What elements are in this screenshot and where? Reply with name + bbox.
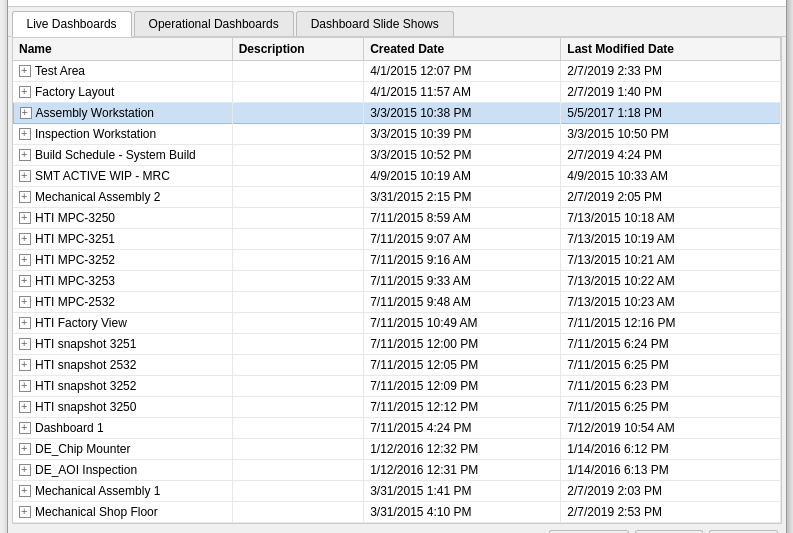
cell-modified: 3/3/2015 10:50 PM — [561, 123, 780, 144]
cell-description — [232, 291, 363, 312]
tab-operational-dashboards[interactable]: Operational Dashboards — [134, 11, 294, 36]
table-row[interactable]: Inspection Workstation3/3/2015 10:39 PM3… — [13, 123, 780, 144]
table-row[interactable]: HTI snapshot 25327/11/2015 12:05 PM7/11/… — [13, 354, 780, 375]
cell-created: 4/1/2015 11:57 AM — [364, 81, 561, 102]
expand-icon[interactable] — [19, 212, 31, 224]
cell-created: 7/11/2015 4:24 PM — [364, 417, 561, 438]
cell-created: 7/11/2015 9:48 AM — [364, 291, 561, 312]
cell-created: 7/11/2015 8:59 AM — [364, 207, 561, 228]
expand-icon[interactable] — [19, 170, 31, 182]
footer: Show everyone's dashboards Refresh Open … — [8, 524, 786, 534]
table-row[interactable]: Mechanical Assembly 13/31/2015 1:41 PM2/… — [13, 480, 780, 501]
expand-icon[interactable] — [19, 338, 31, 350]
table-row[interactable]: Dashboard 17/11/2015 4:24 PM7/12/2019 10… — [13, 417, 780, 438]
cell-created: 3/31/2015 2:15 PM — [364, 186, 561, 207]
cell-modified: 4/9/2015 10:33 AM — [561, 165, 780, 186]
cell-name: Dashboard 1 — [13, 417, 232, 438]
cell-created: 7/11/2015 9:07 AM — [364, 228, 561, 249]
expand-icon[interactable] — [19, 233, 31, 245]
cell-description — [232, 501, 363, 522]
cell-name: DE_AOI Inspection — [13, 459, 232, 480]
expand-icon[interactable] — [19, 401, 31, 413]
cell-description — [232, 333, 363, 354]
cell-name: Build Schedule - System Build — [13, 144, 232, 165]
cell-modified: 2/7/2019 2:33 PM — [561, 60, 780, 81]
table-row[interactable]: Test Area4/1/2015 12:07 PM2/7/2019 2:33 … — [13, 60, 780, 81]
tabs-container: Live Dashboards Operational Dashboards D… — [8, 7, 786, 37]
expand-icon[interactable] — [19, 149, 31, 161]
cell-description — [232, 186, 363, 207]
table-row[interactable]: DE_Chip Mounter1/12/2016 12:32 PM1/14/20… — [13, 438, 780, 459]
cell-created: 7/11/2015 10:49 AM — [364, 312, 561, 333]
cell-name: HTI Factory View — [13, 312, 232, 333]
expand-icon[interactable] — [19, 317, 31, 329]
cell-description — [232, 165, 363, 186]
expand-icon[interactable] — [19, 443, 31, 455]
cell-description — [232, 60, 363, 81]
col-modified: Last Modified Date — [561, 38, 780, 61]
cell-name: Mechanical Assembly 2 — [13, 186, 232, 207]
cell-modified: 7/13/2015 10:22 AM — [561, 270, 780, 291]
cell-description — [232, 228, 363, 249]
table-row[interactable]: HTI MPC-25327/11/2015 9:48 AM7/13/2015 1… — [13, 291, 780, 312]
close-button[interactable]: Close — [709, 530, 778, 534]
table-row[interactable]: HTI snapshot 32527/11/2015 12:09 PM7/11/… — [13, 375, 780, 396]
col-name: Name — [13, 38, 232, 61]
open-button[interactable]: Open — [635, 530, 702, 534]
expand-icon[interactable] — [19, 359, 31, 371]
table-row[interactable]: HTI snapshot 32507/11/2015 12:12 PM7/11/… — [13, 396, 780, 417]
col-description: Description — [232, 38, 363, 61]
cell-description — [232, 375, 363, 396]
tab-dashboard-slide-shows[interactable]: Dashboard Slide Shows — [296, 11, 454, 36]
expand-icon[interactable] — [19, 191, 31, 203]
table-row[interactable]: HTI MPC-32537/11/2015 9:33 AM7/13/2015 1… — [13, 270, 780, 291]
cell-name: Mechanical Shop Floor — [13, 501, 232, 522]
dashboard-table-container[interactable]: Name Description Created Date Last Modif… — [12, 37, 782, 524]
cell-description — [232, 417, 363, 438]
refresh-button[interactable]: Refresh — [549, 530, 629, 534]
expand-icon[interactable] — [19, 254, 31, 266]
table-row[interactable]: HTI MPC-32517/11/2015 9:07 AM7/13/2015 1… — [13, 228, 780, 249]
cell-modified: 2/7/2019 4:24 PM — [561, 144, 780, 165]
expand-icon[interactable] — [19, 65, 31, 77]
expand-icon[interactable] — [19, 422, 31, 434]
table-row[interactable]: Mechanical Shop Floor3/31/2015 4:10 PM2/… — [13, 501, 780, 522]
expand-icon[interactable] — [20, 107, 32, 119]
table-row[interactable]: DE_AOI Inspection1/12/2016 12:31 PM1/14/… — [13, 459, 780, 480]
cell-created: 7/11/2015 9:33 AM — [364, 270, 561, 291]
expand-icon[interactable] — [19, 464, 31, 476]
expand-icon[interactable] — [19, 485, 31, 497]
expand-icon[interactable] — [19, 380, 31, 392]
expand-icon[interactable] — [19, 275, 31, 287]
cell-description — [232, 123, 363, 144]
cell-modified: 7/13/2015 10:23 AM — [561, 291, 780, 312]
table-row[interactable]: HTI Factory View7/11/2015 10:49 AM7/11/2… — [13, 312, 780, 333]
cell-description — [232, 354, 363, 375]
cell-modified: 7/11/2015 6:24 PM — [561, 333, 780, 354]
table-row[interactable]: Factory Layout4/1/2015 11:57 AM2/7/2019 … — [13, 81, 780, 102]
cell-name: HTI snapshot 3251 — [13, 333, 232, 354]
tab-live-dashboards[interactable]: Live Dashboards — [12, 11, 132, 37]
cell-created: 1/12/2016 12:31 PM — [364, 459, 561, 480]
expand-icon[interactable] — [19, 86, 31, 98]
cell-description — [232, 207, 363, 228]
table-row[interactable]: SMT ACTIVE WIP - MRC4/9/2015 10:19 AM4/9… — [13, 165, 780, 186]
cell-modified: 7/11/2015 6:25 PM — [561, 354, 780, 375]
expand-icon[interactable] — [19, 296, 31, 308]
cell-modified: 7/11/2015 6:25 PM — [561, 396, 780, 417]
dashboard-table: Name Description Created Date Last Modif… — [13, 38, 781, 523]
table-row[interactable]: Mechanical Assembly 23/31/2015 2:15 PM2/… — [13, 186, 780, 207]
cell-modified: 7/11/2015 12:16 PM — [561, 312, 780, 333]
table-row[interactable]: Build Schedule - System Build3/3/2015 10… — [13, 144, 780, 165]
table-row[interactable]: HTI snapshot 32517/11/2015 12:00 PM7/11/… — [13, 333, 780, 354]
expand-icon[interactable] — [19, 506, 31, 518]
table-row[interactable]: HTI MPC-32507/11/2015 8:59 AM7/13/2015 1… — [13, 207, 780, 228]
col-created: Created Date — [364, 38, 561, 61]
table-row[interactable]: HTI MPC-32527/11/2015 9:16 AM7/13/2015 1… — [13, 249, 780, 270]
expand-icon[interactable] — [19, 128, 31, 140]
cell-description — [232, 396, 363, 417]
table-row[interactable]: Assembly Workstation3/3/2015 10:38 PM5/5… — [13, 102, 780, 123]
cell-description — [232, 249, 363, 270]
cell-modified: 7/11/2015 6:23 PM — [561, 375, 780, 396]
cell-created: 4/9/2015 10:19 AM — [364, 165, 561, 186]
